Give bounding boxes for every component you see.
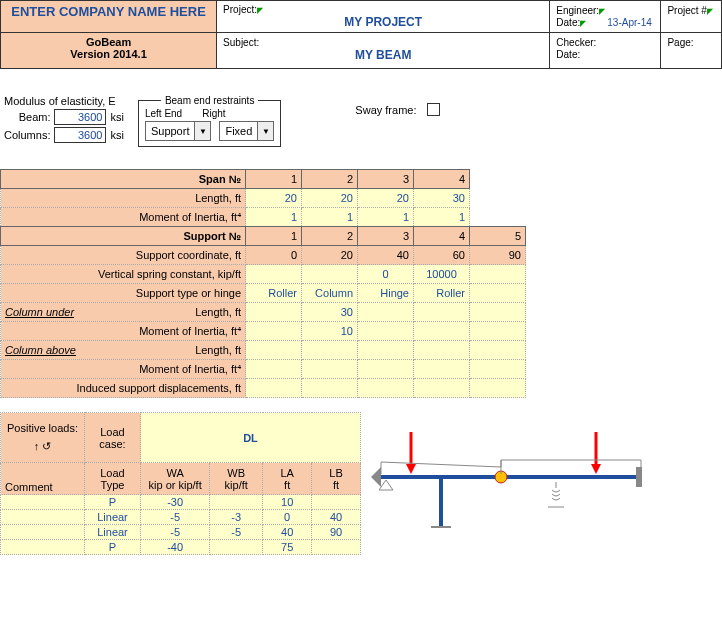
beam-input[interactable] [54,109,106,125]
restraints-fieldset: Beam end restraints Left EndRight Suppor… [138,95,281,147]
header-block: ENTER COMPANY NAME HERE Project:◤ MY PRO… [0,0,722,69]
date-label: Date: [556,17,580,28]
page-label: Page: [667,37,693,48]
date-value[interactable]: 13-Apr-14 [607,17,651,28]
app-version: Version 2014.1 [7,48,210,60]
svg-marker-11 [591,464,601,474]
company-name[interactable]: ENTER COMPANY NAME HERE [1,1,217,33]
unit: ksi [110,111,123,123]
marker-icon: ◤ [580,19,586,28]
subject-label: Subject: [223,37,259,48]
marker-icon: ◤ [257,6,263,15]
project-value[interactable]: MY PROJECT [223,15,543,29]
dropdown-arrow-icon: ▼ [194,122,210,140]
leftend-label: Left End [145,108,182,119]
loadcase-label: Load case: [85,413,141,463]
sway-checkbox[interactable] [427,103,440,116]
svg-marker-1 [371,467,381,487]
span-table[interactable]: Span № 1234 Length, ft 20202030 Moment o… [0,169,526,398]
marker-icon: ◤ [707,7,713,16]
modulus-title: Modulus of elasticity, E [4,95,124,107]
unit: ksi [110,129,123,141]
beam-diagram [371,412,651,542]
rightend-dropdown[interactable]: Fixed▼ [219,121,274,141]
support-title: Support № [1,227,246,246]
svg-marker-3 [379,480,393,490]
dropdown-arrow-icon: ▼ [257,122,273,140]
columns-label: Columns: [4,129,50,141]
beam-label: Beam: [19,111,51,123]
projectnum-label: Project # [667,5,706,16]
span-title: Span № [1,170,246,189]
subject-value[interactable]: MY BEAM [223,48,543,62]
loads-table[interactable]: Positive loads:↑ ↺ Load case: DL Comment… [0,412,361,555]
rightend-label: Right [202,108,225,119]
project-label: Project: [223,4,257,15]
loadcase-value: DL [141,413,361,463]
engineer-label: Engineer: [556,5,599,16]
config-row: Modulus of elasticity, E Beam:ksi Column… [4,95,722,147]
app-name: GoBeam [7,36,210,48]
marker-icon: ◤ [599,7,605,16]
checker-label: Checker: [556,37,596,48]
svg-marker-9 [406,464,416,474]
date2-label: Date: [556,49,580,60]
sway-label: Sway frame: [355,104,416,116]
leftend-dropdown[interactable]: Support▼ [145,121,212,141]
restraints-legend: Beam end restraints [161,95,259,106]
columns-input[interactable] [54,127,106,143]
arrow-up-icon: ↑ ↺ [5,440,80,453]
